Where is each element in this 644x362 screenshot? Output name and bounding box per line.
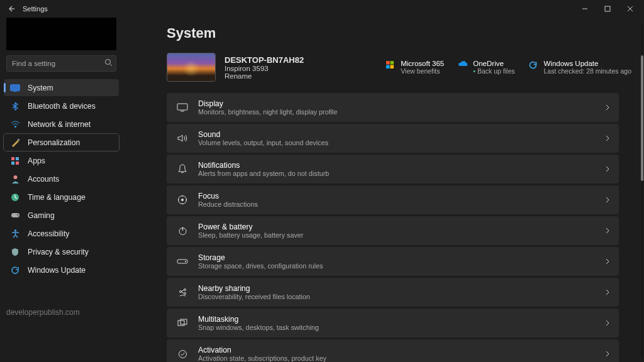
sidebar-item-label: System (28, 84, 53, 92)
bluetooth-icon (9, 101, 21, 111)
close-icon (627, 6, 633, 12)
device-model: Inspiron 3593 (225, 65, 304, 72)
maximize-button[interactable] (596, 0, 619, 18)
multitask-icon (175, 319, 189, 327)
svg-rect-22 (177, 104, 187, 110)
shield-icon (9, 247, 21, 257)
sidebar-item-privacy[interactable]: Privacy & security (4, 243, 119, 260)
header-link-title: OneDrive (473, 60, 514, 67)
accessibility-icon (9, 229, 21, 239)
onedrive-icon (458, 60, 468, 70)
bell-icon (175, 164, 189, 174)
card-title: Nearby sharing (198, 284, 310, 293)
sidebar-item-gaming[interactable]: Gaming (4, 207, 119, 224)
header-link-ms365[interactable]: Microsoft 365View benefits (386, 60, 444, 75)
card-title: Power & battery (198, 222, 303, 231)
header-link-onedrive[interactable]: OneDrive•Back up files (458, 60, 514, 75)
close-button[interactable] (619, 0, 641, 18)
header-link-sub: •Back up files (473, 67, 514, 75)
svg-point-32 (184, 292, 186, 294)
svg-point-15 (16, 214, 18, 216)
scrollbar-thumb[interactable] (641, 55, 643, 181)
power-icon (175, 226, 189, 236)
sidebar-item-update[interactable]: Windows Update (4, 261, 119, 278)
sidebar-item-bluetooth[interactable]: Bluetooth & devices (4, 97, 119, 114)
card-multitasking[interactable]: MultitaskingSnap windows, desktops, task… (167, 309, 619, 337)
header-link-title: Windows Update (543, 60, 631, 67)
content: System DESKTOP-BN7AH82 Inspiron 3593 Ren… (123, 18, 644, 362)
chevron-right-icon (605, 104, 610, 111)
header-link-title: Microsoft 365 (401, 60, 444, 67)
svg-point-25 (181, 199, 184, 201)
card-desc: Reduce distractions (198, 200, 258, 208)
device-rename-link[interactable]: Rename (225, 72, 304, 80)
card-title: Display (198, 99, 337, 108)
chevron-right-icon (605, 197, 610, 203)
sidebar-item-apps[interactable]: Apps (4, 152, 119, 169)
sidebar-item-system[interactable]: System (4, 79, 119, 96)
card-title: Multitasking (198, 315, 319, 324)
windows-update-icon (528, 60, 538, 70)
card-storage[interactable]: StorageStorage space, drives, configurat… (167, 247, 619, 276)
card-desc: Activation state, subscriptions, product… (198, 354, 326, 362)
chevron-right-icon (605, 320, 610, 326)
card-title: Storage (198, 253, 323, 262)
svg-line-3 (110, 64, 113, 67)
sidebar-item-network[interactable]: Network & internet (4, 116, 119, 133)
card-focus[interactable]: FocusReduce distractions (167, 185, 619, 214)
svg-point-30 (184, 288, 186, 290)
sidebar-item-personalization[interactable]: Personalization (4, 134, 119, 151)
card-nearby[interactable]: Nearby sharingDiscoverability, received … (167, 278, 619, 307)
svg-rect-10 (11, 162, 14, 165)
header-link-sub: View benefits (401, 67, 444, 75)
device-name: DESKTOP-BN7AH82 (225, 55, 304, 65)
search-input[interactable] (6, 55, 116, 72)
svg-rect-11 (16, 162, 19, 165)
svg-rect-1 (605, 6, 610, 11)
card-notifications[interactable]: NotificationsAlerts from apps and system… (167, 155, 619, 184)
sidebar-item-accessibility[interactable]: Accessibility (4, 225, 119, 242)
svg-point-16 (18, 216, 19, 217)
svg-rect-5 (13, 91, 17, 92)
update-icon (9, 265, 21, 275)
card-desc: Alerts from apps and system, do not dist… (198, 170, 329, 177)
card-title: Activation (198, 346, 326, 354)
sidebar: System Bluetooth & devices Network & int… (0, 18, 123, 362)
chevron-right-icon (605, 135, 610, 141)
device-image[interactable] (167, 53, 216, 82)
sidebar-item-label: Time & language (28, 193, 86, 202)
profile-block[interactable] (6, 18, 116, 50)
check-circle-icon (175, 349, 189, 359)
card-title: Focus (198, 192, 258, 200)
system-icon (9, 83, 21, 93)
card-desc: Sleep, battery usage, battery saver (198, 231, 303, 239)
chevron-right-icon (605, 228, 610, 234)
card-display[interactable]: DisplayMonitors, brightness, night light… (167, 93, 619, 122)
sidebar-item-time[interactable]: Time & language (4, 189, 119, 206)
svg-point-6 (14, 126, 16, 128)
page-title: System (167, 25, 631, 41)
svg-rect-19 (391, 61, 394, 65)
svg-rect-34 (180, 319, 187, 324)
card-desc: Discoverability, received files location (198, 293, 310, 300)
header-link-sub: Last checked: 28 minutes ago (543, 67, 631, 75)
sidebar-item-accounts[interactable]: Accounts (4, 170, 119, 187)
card-power[interactable]: Power & batterySleep, battery usage, bat… (167, 216, 619, 245)
sidebar-item-label: Bluetooth & devices (28, 102, 96, 111)
svg-point-35 (179, 350, 186, 358)
sidebar-item-label: Windows Update (28, 266, 86, 275)
back-button[interactable] (3, 0, 20, 18)
titlebar: Settings (0, 0, 644, 18)
svg-rect-21 (391, 65, 394, 69)
svg-rect-7 (18, 139, 19, 141)
window-title: Settings (23, 5, 48, 13)
share-icon (175, 288, 189, 297)
minimize-button[interactable] (574, 0, 596, 18)
chevron-right-icon (605, 258, 610, 265)
header-link-update[interactable]: Windows UpdateLast checked: 28 minutes a… (528, 60, 631, 75)
sidebar-item-label: Gaming (28, 211, 55, 220)
card-activation[interactable]: ActivationActivation state, subscription… (167, 339, 619, 362)
card-sound[interactable]: SoundVolume levels, output, input, sound… (167, 124, 619, 153)
card-title: Notifications (198, 161, 329, 170)
svg-rect-4 (11, 84, 20, 90)
